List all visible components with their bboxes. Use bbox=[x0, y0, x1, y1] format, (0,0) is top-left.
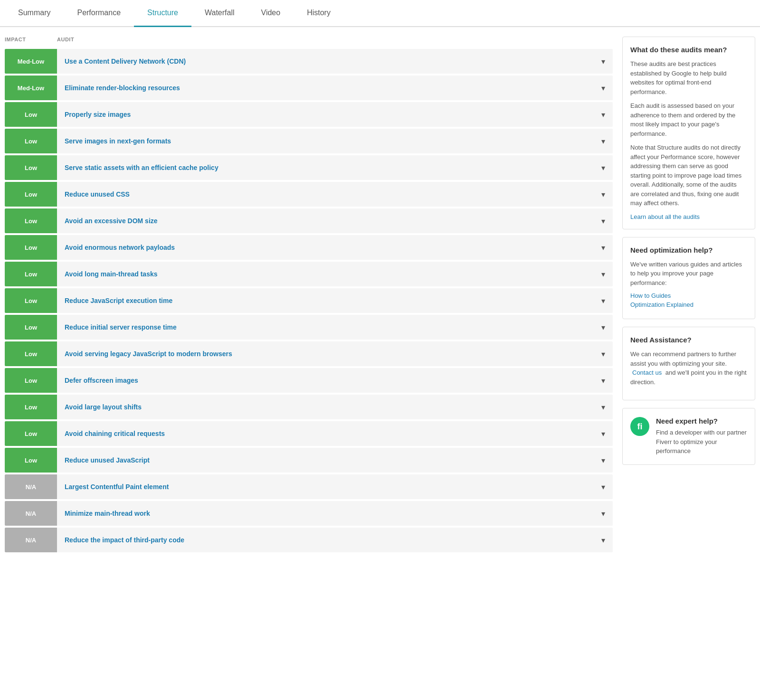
impact-cell: N/A bbox=[5, 528, 57, 552]
chevron-down-icon[interactable]: ▾ bbox=[601, 84, 605, 93]
chevron-down-icon[interactable]: ▾ bbox=[601, 350, 605, 359]
audit-title[interactable]: Avoid serving legacy JavaScript to moder… bbox=[65, 350, 232, 358]
audit-title[interactable]: Reduce JavaScript execution time bbox=[65, 297, 172, 304]
audit-row: LowAvoid chaining critical requests▾ bbox=[5, 421, 613, 446]
audit-title[interactable]: Reduce unused JavaScript bbox=[65, 456, 150, 464]
impact-cell: Low bbox=[5, 448, 57, 473]
audit-content: Reduce unused CSS▾ bbox=[57, 182, 613, 207]
fiverr-description: Find a developer with our partner Fiverr… bbox=[656, 428, 747, 456]
audit-content: Minimize main-thread work▾ bbox=[57, 501, 613, 526]
info-card-para3: Note that Structure audits do not direct… bbox=[630, 143, 747, 208]
impact-cell: Low bbox=[5, 421, 57, 446]
tab-history[interactable]: History bbox=[294, 0, 344, 27]
audit-title[interactable]: Serve static assets with an efficient ca… bbox=[65, 164, 218, 171]
chevron-down-icon[interactable]: ▾ bbox=[601, 429, 605, 438]
impact-cell: Low bbox=[5, 155, 57, 180]
assistance-card: Need Assistance? We can recommend partne… bbox=[622, 327, 755, 400]
audit-title[interactable]: Use a Content Delivery Network (CDN) bbox=[65, 57, 186, 65]
audit-title[interactable]: Avoid long main-thread tasks bbox=[65, 270, 158, 278]
chevron-down-icon[interactable]: ▾ bbox=[601, 270, 605, 279]
audit-content: Avoid chaining critical requests▾ bbox=[57, 421, 613, 446]
chevron-down-icon[interactable]: ▾ bbox=[601, 323, 605, 332]
audit-section: IMPACT AUDIT Med-LowUse a Content Delive… bbox=[5, 37, 613, 554]
learn-audits-link[interactable]: Learn about all the audits bbox=[630, 213, 700, 220]
chevron-down-icon[interactable]: ▾ bbox=[601, 536, 605, 545]
chevron-down-icon[interactable]: ▾ bbox=[601, 376, 605, 385]
fiverr-title: Need expert help? bbox=[656, 417, 747, 425]
audit-title[interactable]: Minimize main-thread work bbox=[65, 510, 150, 517]
impact-cell: Low bbox=[5, 208, 57, 233]
audit-title[interactable]: Avoid large layout shifts bbox=[65, 403, 142, 411]
audit-title[interactable]: Reduce unused CSS bbox=[65, 190, 130, 198]
tab-waterfall[interactable]: Waterfall bbox=[191, 0, 248, 27]
audit-row: LowReduce JavaScript execution time▾ bbox=[5, 288, 613, 313]
tab-performance[interactable]: Performance bbox=[64, 0, 134, 27]
audit-content: Defer offscreen images▾ bbox=[57, 368, 613, 393]
chevron-down-icon[interactable]: ▾ bbox=[601, 137, 605, 146]
optimization-links: How to GuidesOptimization Explained bbox=[630, 292, 747, 308]
audit-content: Largest Contentful Paint element▾ bbox=[57, 474, 613, 499]
chevron-down-icon[interactable]: ▾ bbox=[601, 403, 605, 412]
audit-content: Properly size images▾ bbox=[57, 102, 613, 127]
audit-rows-container: Med-LowUse a Content Delivery Network (C… bbox=[5, 49, 613, 552]
info-card-title: What do these audits mean? bbox=[630, 46, 747, 54]
tab-video[interactable]: Video bbox=[248, 0, 294, 27]
impact-cell: N/A bbox=[5, 474, 57, 499]
chevron-down-icon[interactable]: ▾ bbox=[601, 190, 605, 199]
main-layout: IMPACT AUDIT Med-LowUse a Content Delive… bbox=[0, 27, 760, 564]
chevron-down-icon[interactable]: ▾ bbox=[601, 509, 605, 518]
audit-title[interactable]: Avoid chaining critical requests bbox=[65, 430, 165, 437]
audit-title[interactable]: Avoid enormous network payloads bbox=[65, 244, 175, 251]
chevron-down-icon[interactable]: ▾ bbox=[601, 456, 605, 465]
audit-title[interactable]: Largest Contentful Paint element bbox=[65, 483, 169, 491]
optimization-card-intro: We've written various guides and article… bbox=[630, 260, 747, 288]
impact-cell: Low bbox=[5, 102, 57, 127]
optimization-link-0[interactable]: How to Guides bbox=[630, 292, 747, 299]
assistance-card-text: We can recommend partners to further ass… bbox=[630, 350, 747, 387]
audit-content: Reduce initial server response time▾ bbox=[57, 315, 613, 340]
audit-content: Avoid an excessive DOM size▾ bbox=[57, 208, 613, 233]
impact-cell: Low bbox=[5, 182, 57, 207]
audit-title[interactable]: Reduce initial server response time bbox=[65, 323, 177, 331]
chevron-down-icon[interactable]: ▾ bbox=[601, 243, 605, 252]
audit-row: LowAvoid an excessive DOM size▾ bbox=[5, 208, 613, 233]
audit-content: Serve images in next-gen formats▾ bbox=[57, 129, 613, 153]
impact-cell: Low bbox=[5, 315, 57, 340]
impact-cell: N/A bbox=[5, 501, 57, 526]
optimization-link-1[interactable]: Optimization Explained bbox=[630, 301, 747, 308]
contact-us-link[interactable]: Contact us bbox=[632, 369, 662, 376]
audit-content: Reduce the impact of third-party code▾ bbox=[57, 528, 613, 552]
tab-summary[interactable]: Summary bbox=[5, 0, 64, 27]
impact-cell: Low bbox=[5, 395, 57, 419]
audit-title[interactable]: Defer offscreen images bbox=[65, 377, 138, 384]
audit-row: LowAvoid large layout shifts▾ bbox=[5, 395, 613, 419]
audit-title[interactable]: Avoid an excessive DOM size bbox=[65, 217, 158, 225]
chevron-down-icon[interactable]: ▾ bbox=[601, 57, 605, 66]
chevron-down-icon[interactable]: ▾ bbox=[601, 482, 605, 492]
audit-row: LowServe images in next-gen formats▾ bbox=[5, 129, 613, 153]
audit-row: LowProperly size images▾ bbox=[5, 102, 613, 127]
impact-cell: Low bbox=[5, 341, 57, 366]
col-impact-header: IMPACT bbox=[5, 37, 57, 42]
info-card: What do these audits mean? These audits … bbox=[622, 37, 755, 229]
chevron-down-icon[interactable]: ▾ bbox=[601, 163, 605, 172]
info-card-para1: These audits are best practices establis… bbox=[630, 59, 747, 96]
chevron-down-icon[interactable]: ▾ bbox=[601, 296, 605, 305]
impact-cell: Med-Low bbox=[5, 49, 57, 74]
audit-title[interactable]: Eliminate render-blocking resources bbox=[65, 84, 180, 92]
audit-row: Med-LowEliminate render-blocking resourc… bbox=[5, 76, 613, 100]
optimization-card: Need optimization help? We've written va… bbox=[622, 237, 755, 320]
audit-row: LowAvoid enormous network payloads▾ bbox=[5, 235, 613, 260]
audit-title[interactable]: Reduce the impact of third-party code bbox=[65, 536, 184, 544]
tab-structure[interactable]: Structure bbox=[134, 0, 191, 27]
audit-row: LowReduce unused JavaScript▾ bbox=[5, 448, 613, 473]
chevron-down-icon[interactable]: ▾ bbox=[601, 217, 605, 226]
audit-title[interactable]: Properly size images bbox=[65, 111, 131, 118]
fiverr-text: Need expert help? Find a developer with … bbox=[656, 417, 747, 456]
audit-title[interactable]: Serve images in next-gen formats bbox=[65, 137, 171, 145]
audit-row: N/AMinimize main-thread work▾ bbox=[5, 501, 613, 526]
col-audit-header: AUDIT bbox=[57, 37, 74, 42]
audit-row: LowReduce initial server response time▾ bbox=[5, 315, 613, 340]
audit-content: Eliminate render-blocking resources▾ bbox=[57, 76, 613, 100]
chevron-down-icon[interactable]: ▾ bbox=[601, 110, 605, 119]
